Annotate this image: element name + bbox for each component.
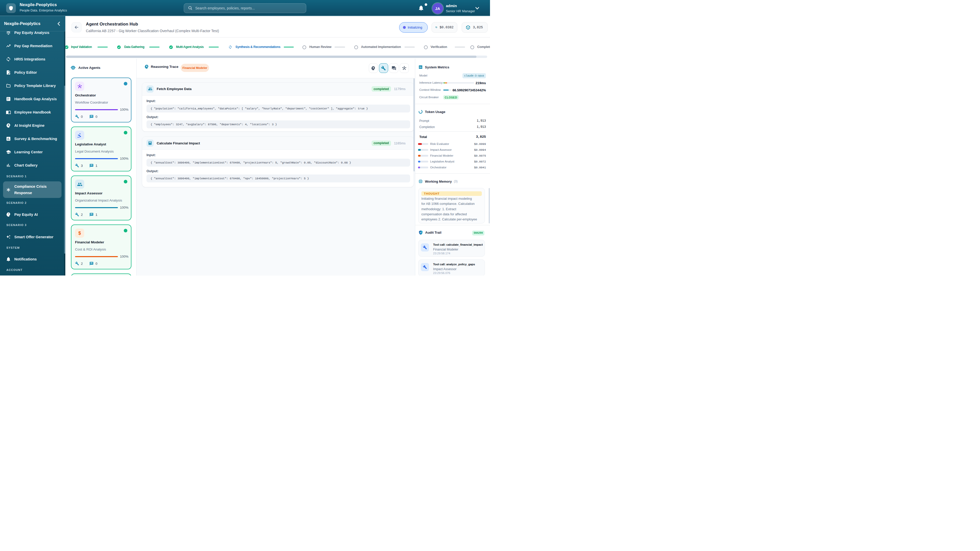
svg-text:?: ? [8,213,9,215]
